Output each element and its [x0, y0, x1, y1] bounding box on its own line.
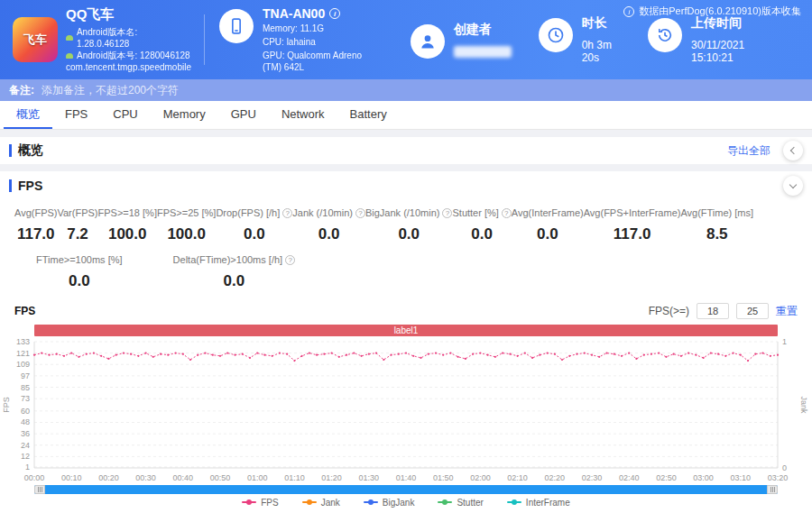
- app-package: com.tencent.tmgp.speedmobile: [66, 61, 191, 73]
- fps-section: FPS Avg(FPS)117.0Var(FPS)7.2FPS>=18 [%]1…: [0, 171, 812, 510]
- duration-block: 时长 0h 3m 20s: [539, 15, 621, 64]
- legend-marker: [364, 501, 378, 503]
- legend-item-Stutter[interactable]: Stutter: [438, 498, 483, 508]
- reset-link[interactable]: 重置: [776, 304, 798, 319]
- svg-text:24: 24: [21, 441, 30, 450]
- info-icon[interactable]: ?: [355, 208, 365, 218]
- metric-label: Drop(FPS) [/h]?: [216, 207, 292, 218]
- chevron-down-icon: [789, 181, 797, 188]
- android-icon: [66, 53, 73, 59]
- metric-value: 0.0: [452, 225, 511, 243]
- collapse-panel-button[interactable]: [783, 141, 803, 160]
- overview-title: 概览: [18, 142, 43, 159]
- tab-概览[interactable]: 概览: [4, 101, 52, 129]
- metric-value: 0.0: [173, 272, 296, 290]
- metric-value: 8.5: [680, 225, 753, 243]
- svg-text:12: 12: [21, 452, 30, 461]
- tab-Network[interactable]: Network: [269, 101, 337, 129]
- svg-text:1: 1: [782, 337, 787, 346]
- svg-text:01:50: 01:50: [433, 473, 454, 482]
- app-version-name: Android版本名: 1.28.0.46128: [77, 26, 191, 50]
- fps-line-chart[interactable]: 112243648607385971091211330100:0000:1000…: [0, 336, 812, 482]
- chart-scrollbar[interactable]: [34, 485, 778, 494]
- legend-item-BigJank[interactable]: BigJank: [364, 498, 415, 508]
- fps-threshold-high-input[interactable]: [736, 303, 769, 319]
- metric-label: BigJank (/10min)?: [365, 207, 453, 218]
- legend-item-InterFrame[interactable]: InterFrame: [507, 498, 570, 508]
- svg-text:01:20: 01:20: [321, 473, 342, 482]
- metric: Var(FPS)7.2: [57, 207, 97, 243]
- legend-marker: [302, 501, 317, 503]
- metric-label: Avg(InterFrame): [512, 207, 584, 218]
- metric-value: 117.0: [14, 225, 57, 243]
- svg-text:02:00: 02:00: [470, 473, 491, 482]
- tab-Battery[interactable]: Battery: [337, 101, 400, 129]
- tab-CPU[interactable]: CPU: [100, 101, 150, 129]
- scrollbar-left-grip[interactable]: [34, 485, 45, 494]
- device-cpu: CPU: lahaina: [263, 36, 383, 48]
- metric: FPS>=18 [%]100.0: [98, 207, 157, 243]
- legend-marker: [242, 501, 256, 503]
- export-all-link[interactable]: 导出全部: [727, 143, 770, 159]
- svg-text:85: 85: [21, 383, 30, 392]
- upload-time-block: 上传时间 30/11/2021 15:10:21: [648, 15, 772, 64]
- person-icon: [411, 24, 445, 59]
- fps-collapse-button[interactable]: [783, 176, 803, 196]
- collector-note: i 数据由PerfDog(6.0.210910)版本收集: [623, 5, 801, 18]
- info-icon[interactable]: ?: [282, 208, 292, 218]
- metric-value: 0.0: [216, 225, 292, 243]
- remark-input[interactable]: 添加备注，不超过200个字符: [42, 79, 179, 101]
- clock-icon: [539, 18, 573, 52]
- info-icon[interactable]: ?: [285, 255, 295, 265]
- metric: BigJank (/10min)?0.0: [365, 207, 453, 243]
- metric-label: Avg(FPS): [14, 207, 57, 218]
- metric-label: FPS>=18 [%]: [98, 207, 157, 218]
- svg-text:02:40: 02:40: [619, 473, 640, 482]
- legend-item-FPS[interactable]: FPS: [242, 498, 278, 508]
- info-icon[interactable]: ?: [442, 208, 452, 218]
- metric-label: Jank (/10min)?: [292, 207, 365, 218]
- remark-bar: 备注: 添加备注，不超过200个字符: [0, 79, 812, 101]
- metric-value: 0.0: [292, 225, 365, 243]
- svg-text:03:10: 03:10: [731, 473, 752, 482]
- svg-text:02:20: 02:20: [545, 473, 566, 482]
- tab-GPU[interactable]: GPU: [218, 101, 269, 129]
- info-icon[interactable]: i: [329, 8, 340, 19]
- metric: FTime>=100ms [%]0.0: [36, 254, 123, 290]
- fps-metrics-row-2: FTime>=100ms [%]0.0Delta(FTime)>100ms [/…: [0, 252, 812, 299]
- app-logo-text: 飞车: [23, 32, 47, 48]
- metric-label: Delta(FTime)>100ms [/h]?: [173, 254, 296, 265]
- scrollbar-right-grip[interactable]: [767, 485, 778, 494]
- chart-label-banner: label1: [34, 325, 778, 336]
- legend-label: Stutter: [457, 498, 483, 508]
- metric: FPS>=25 [%]100.0: [157, 207, 216, 243]
- tab-FPS[interactable]: FPS: [52, 101, 100, 129]
- android-icon: [66, 35, 73, 41]
- legend-marker: [438, 501, 452, 503]
- metric-label: Avg(FTime) [ms]: [680, 207, 753, 218]
- section-accent-bar: [9, 179, 12, 192]
- svg-text:121: 121: [16, 349, 30, 358]
- svg-text:00:00: 00:00: [24, 473, 45, 482]
- svg-text:60: 60: [21, 407, 30, 416]
- svg-text:97: 97: [21, 371, 30, 380]
- metric-value: 100.0: [157, 225, 216, 243]
- svg-text:02:50: 02:50: [656, 473, 677, 482]
- svg-text:0: 0: [782, 463, 787, 472]
- section-gap: [0, 130, 812, 137]
- fps-chart-header: FPS FPS(>=) 重置: [0, 299, 812, 323]
- metric-label: Avg(FPS+InterFrame): [584, 207, 681, 218]
- tab-bar: 概览FPSCPUMemoryGPUNetworkBattery: [0, 101, 812, 130]
- metric-label: FPS>=25 [%]: [157, 207, 216, 218]
- collector-note-text: 数据由PerfDog(6.0.210910)版本收集: [639, 5, 801, 18]
- legend-item-Jank[interactable]: Jank: [302, 498, 340, 508]
- fps-chart-title: FPS: [14, 305, 35, 317]
- legend-label: FPS: [261, 498, 278, 508]
- tab-Memory[interactable]: Memory: [151, 101, 218, 129]
- svg-text:01:10: 01:10: [284, 473, 305, 482]
- fps-threshold-low-input[interactable]: [697, 303, 729, 319]
- svg-text:00:30: 00:30: [135, 473, 156, 482]
- section-accent-bar: [9, 144, 12, 157]
- info-icon[interactable]: ?: [502, 208, 512, 218]
- fps-metrics-row-1: Avg(FPS)117.0Var(FPS)7.2FPS>=18 [%]100.0…: [0, 200, 812, 252]
